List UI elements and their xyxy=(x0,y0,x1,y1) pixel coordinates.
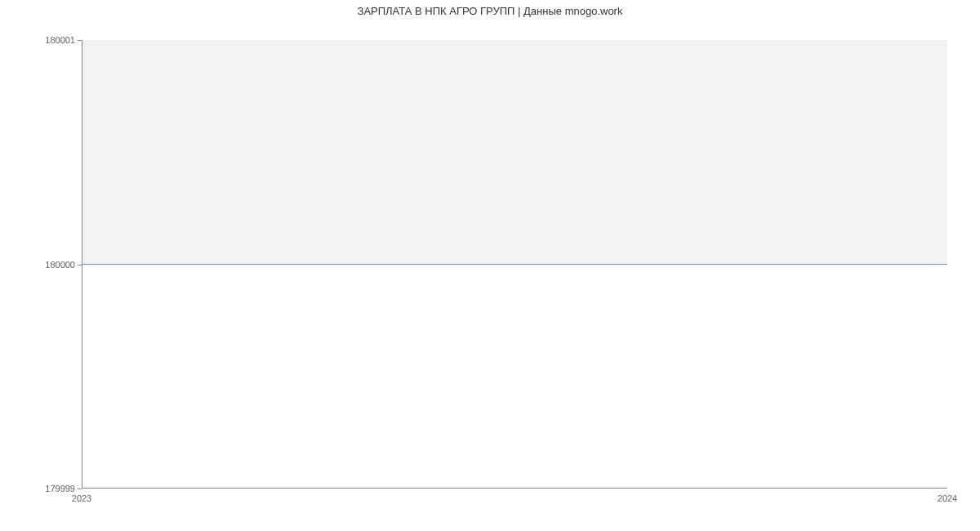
shaded-region xyxy=(82,40,947,264)
y-tick-label: 180001 xyxy=(45,35,82,45)
chart-container: 180001 180000 179999 2023 2024 xyxy=(82,40,947,489)
x-tick-label: 2023 xyxy=(72,489,91,503)
x-tick-label: 2024 xyxy=(938,489,957,503)
y-tick-label: 180000 xyxy=(45,260,82,270)
chart-title: ЗАРПЛАТА В НПК АГРО ГРУПП | Данные mnogo… xyxy=(0,0,980,17)
plot-area xyxy=(82,40,947,489)
data-line xyxy=(82,264,947,265)
